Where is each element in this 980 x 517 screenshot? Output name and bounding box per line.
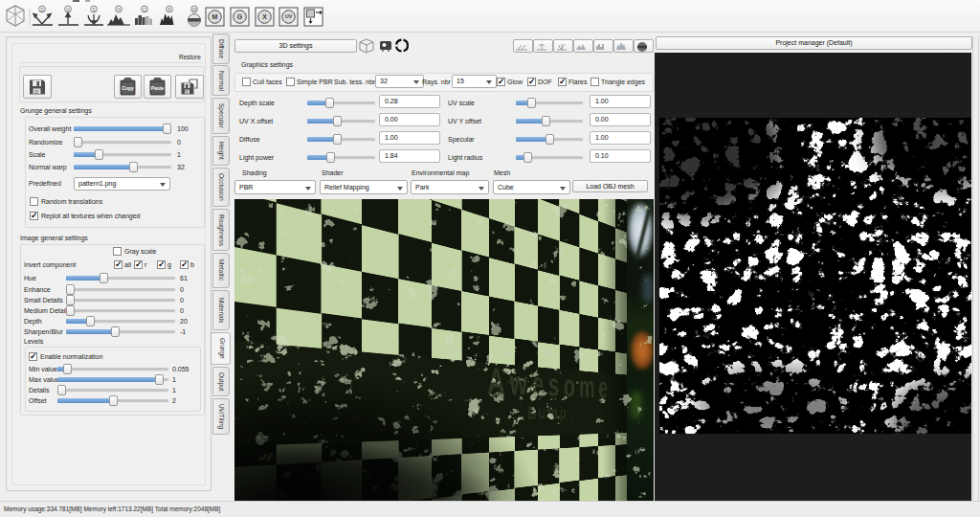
svg-text:G: G — [237, 13, 243, 20]
svg-text:Copy: Copy — [122, 85, 134, 91]
svg-text:UV: UV — [285, 13, 293, 19]
svg-text:H: H — [117, 7, 121, 12]
svg-text:N: N — [66, 7, 70, 12]
svg-text:R: R — [167, 7, 171, 12]
svg-text:O: O — [143, 7, 146, 12]
svg-text:O: O — [185, 90, 189, 95]
svg-text:O: O — [34, 90, 38, 95]
svg-text:M: M — [192, 7, 196, 12]
svg-text:S: S — [92, 7, 96, 12]
svg-text:M: M — [212, 13, 218, 20]
svg-text:D: D — [40, 7, 44, 12]
svg-text:Paste: Paste — [151, 85, 165, 91]
svg-text:X: X — [262, 13, 267, 20]
